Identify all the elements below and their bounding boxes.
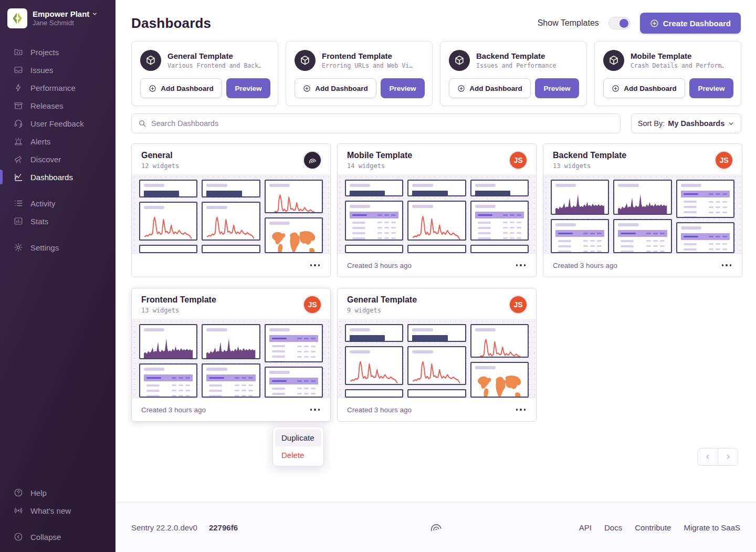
sidebar-item-activity[interactable]: Activity [0, 194, 116, 212]
widget-preview-tile-table [470, 201, 529, 241]
sidebar-item-discover[interactable]: Discover [0, 150, 116, 168]
widget-preview-column [345, 180, 403, 253]
sort-by-dropdown[interactable]: Sort By: My Dashboards [631, 113, 741, 133]
dashboard-preview [132, 174, 330, 253]
preview-button[interactable]: Preview [381, 78, 425, 98]
sidebar-item-stats[interactable]: Stats [0, 212, 116, 230]
footer-link-contribute[interactable]: Contribute [635, 523, 671, 532]
search-input[interactable] [151, 119, 614, 128]
sidebar-item-label: Projects [30, 48, 59, 57]
sidebar-collapse-button[interactable]: Collapse [0, 528, 116, 546]
menu-item-delete[interactable]: Delete [275, 446, 321, 464]
sidebar-item-issues[interactable]: Issues [0, 61, 116, 79]
previous-page-button[interactable] [697, 448, 718, 466]
next-page-button[interactable] [718, 448, 738, 466]
preview-button[interactable]: Preview [226, 78, 270, 98]
dashboard-widget-count: 12 widgets [141, 162, 179, 170]
chevron-down-icon [92, 11, 98, 17]
org-logo [7, 8, 27, 28]
widget-preview-tile-bignum [345, 180, 403, 196]
sentry-footer-logo [428, 518, 444, 536]
overflow-menu-button[interactable] [514, 405, 528, 414]
sidebar-item-user-feedback[interactable]: User Feedback [0, 114, 116, 132]
dashboard-card-backend-template[interactable]: Backend Template 13 widgets JS Created 3… [543, 143, 742, 277]
create-dashboard-button[interactable]: Create Dashboard [640, 13, 741, 34]
app-footer: Sentry 22.2.0.dev0 22796f6 API Docs Cont… [116, 502, 756, 552]
plus-circle-icon [457, 85, 465, 92]
overflow-menu-button[interactable] [514, 261, 528, 269]
widget-preview-tile-line [139, 202, 197, 241]
widget-preview-tile-table [613, 219, 671, 253]
chevron-right-icon [724, 453, 732, 461]
preview-button[interactable]: Preview [689, 78, 733, 98]
template-cube-icon [449, 50, 470, 71]
sidebar-item-label: Stats [30, 217, 48, 226]
org-name: Empower Plant [33, 9, 98, 19]
sidebar-item-releases[interactable]: Releases [0, 97, 116, 114]
sidebar-item-help[interactable]: Help [0, 484, 116, 502]
overflow-menu-button[interactable] [720, 261, 734, 269]
sidebar-item-projects[interactable]: Projects [0, 43, 116, 61]
add-dashboard-button[interactable]: Add Dashboard [603, 78, 685, 98]
user-feedback-icon [14, 119, 23, 128]
user-avatar: JS [509, 151, 528, 170]
widget-preview-tile-line [407, 201, 466, 241]
widget-preview-column [139, 180, 197, 253]
widget-preview-column [407, 324, 466, 398]
plus-circle-icon [612, 85, 620, 92]
dashboard-card-general-template[interactable]: General Template 9 widgets JS Created 3 … [337, 288, 537, 422]
template-cards-row: General Template Various Frontend and Ba… [116, 34, 756, 106]
dashboard-title: Backend Template [553, 151, 626, 160]
preview-button[interactable]: Preview [535, 78, 579, 98]
widget-preview-tile-area [551, 180, 609, 215]
widget-preview-tile-bignum [345, 324, 403, 342]
dashboard-card-mobile-template[interactable]: Mobile Template 14 widgets JS Created 3 … [337, 143, 537, 277]
sidebar-item-label: Dashboards [30, 173, 73, 182]
sidebar-item-settings[interactable]: Settings [0, 238, 116, 256]
sidebar-item-dashboards[interactable]: Dashboards [0, 168, 116, 186]
widget-preview-tile-table [676, 222, 734, 253]
footer-version: Sentry 22.2.0.dev0 [131, 523, 197, 532]
dashboard-card-general[interactable]: General 12 widgets [131, 143, 331, 277]
sidebar-item-label: Releases [30, 101, 64, 110]
gear-icon [14, 243, 23, 252]
org-switcher[interactable]: Empower Plant Jane Schmidt [0, 0, 116, 36]
footer-link-migrate[interactable]: Migrate to SaaS [684, 523, 740, 532]
pagination [697, 448, 738, 466]
sidebar-item-label: User Feedback [30, 119, 84, 128]
created-label: Created 3 hours ago [347, 406, 412, 414]
sidebar-item-label: Collapse [30, 533, 61, 541]
sidebar-bottom-nav: Help What's new Collapse [0, 484, 116, 552]
show-templates-toggle[interactable] [608, 17, 631, 29]
search-icon [138, 119, 146, 128]
widget-preview-tile-world [265, 217, 323, 253]
help-icon [14, 488, 23, 497]
discover-icon [14, 154, 23, 164]
overflow-menu-button[interactable] [308, 261, 322, 269]
widget-preview-column [470, 324, 529, 398]
footer-link-api[interactable]: API [579, 523, 592, 532]
template-title: Frontend Template [322, 51, 413, 60]
page-title: Dashboards [131, 15, 211, 32]
overflow-menu-button[interactable] [308, 405, 322, 414]
widget-preview-column [202, 180, 260, 253]
nav-gap [0, 519, 116, 528]
activity-icon [14, 199, 23, 208]
add-dashboard-label: Add Dashboard [469, 85, 522, 92]
sidebar-item-performance[interactable]: Performance [0, 79, 116, 97]
primary-nav: Projects Issues Performance Releases Use… [0, 43, 116, 256]
sentry-logo-icon [307, 155, 318, 165]
add-dashboard-button[interactable]: Add Dashboard [449, 78, 531, 98]
add-dashboard-button[interactable]: Add Dashboard [295, 78, 376, 98]
created-label: Created 3 hours ago [347, 262, 412, 269]
dashboards-page: Empower Plant Jane Schmidt Projects Issu… [0, 0, 756, 552]
dashboard-card-frontend-template[interactable]: Frontend Template 13 widgets JS Created … [131, 288, 331, 422]
footer-link-docs[interactable]: Docs [604, 523, 622, 532]
add-dashboard-button[interactable]: Add Dashboard [140, 78, 222, 98]
widget-preview-column [407, 180, 466, 253]
header-actions: Show Templates Create Dashboard [538, 13, 741, 34]
sidebar-item-alerts[interactable]: Alerts [0, 132, 116, 150]
active-indicator [0, 170, 3, 184]
menu-item-duplicate[interactable]: Duplicate [275, 429, 321, 446]
sidebar-item-whats-new[interactable]: What's new [0, 502, 116, 519]
